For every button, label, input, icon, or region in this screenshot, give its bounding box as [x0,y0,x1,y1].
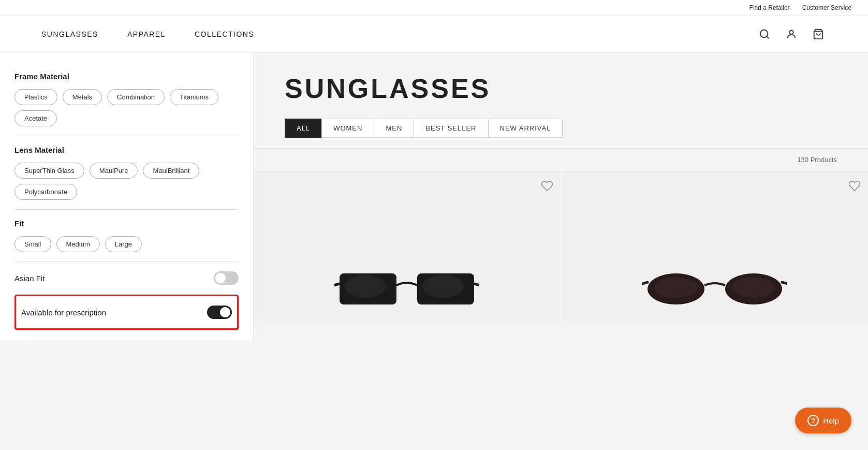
prescription-label: Available for prescription [21,308,106,317]
svg-point-14 [654,277,698,298]
sidebar: Frame Material Plastics Metals Combinati… [0,52,254,340]
svg-line-12 [642,282,648,285]
nav-icons [756,26,827,42]
search-icon [759,28,770,40]
page-title: SUNGLASSES [285,73,837,104]
tag-titaniums[interactable]: Titaniums [170,89,218,105]
tag-small[interactable]: Small [14,236,51,252]
main-content: SUNGLASSES ALL WOMEN MEN BEST SELLER NEW… [254,52,868,340]
tag-plastics[interactable]: Plastics [14,89,57,105]
product-card-2 [562,172,869,323]
account-button[interactable] [783,26,800,42]
tag-metals[interactable]: Metals [63,89,102,105]
tab-all[interactable]: ALL [285,119,322,138]
svg-point-8 [345,275,386,298]
product-card-1 [254,172,561,323]
svg-line-13 [782,282,787,285]
tab-women[interactable]: WOMEN [321,119,374,138]
product-image-2 [562,172,869,323]
cart-icon [813,28,824,40]
asian-fit-row: Asian Fit [14,262,239,295]
nav-collections[interactable]: COLLECTIONS [195,30,254,38]
wishlist-button-1[interactable] [541,180,553,195]
sunglasses-svg-2 [642,266,787,312]
nav-apparel[interactable]: APPAREL [127,30,166,38]
heart-icon-2 [848,180,861,192]
svg-line-6 [334,284,340,286]
user-icon [786,28,797,40]
tab-men[interactable]: MEN [374,119,414,138]
utility-bar: Find a Retailer Customer Service [0,0,868,16]
tag-mauipure[interactable]: MauiPure [90,163,138,179]
sunglasses-svg-1 [334,266,479,312]
product-image-1 [254,172,561,323]
tag-mauibrilliant[interactable]: MauiBrilliant [143,163,199,179]
svg-point-0 [760,30,768,37]
lens-material-section: Lens Material SuperThin Glass MauiPure M… [14,136,239,210]
customer-service-link[interactable]: Customer Service [802,4,851,11]
prescription-toggle[interactable] [207,306,232,319]
page-layout: Frame Material Plastics Metals Combinati… [0,52,868,340]
asian-fit-label: Asian Fit [14,274,45,283]
help-icon: ? [807,415,819,426]
results-count: 130 Products [797,156,837,164]
results-bar: 130 Products [254,148,868,171]
frame-material-title: Frame Material [14,72,239,81]
tag-medium[interactable]: Medium [56,236,100,252]
frame-material-section: Frame Material Plastics Metals Combinati… [14,63,239,136]
nav-links: SUNGLASSES APPAREL COLLECTIONS [41,30,254,38]
frame-material-tags: Plastics Metals Combination Titaniums Ac… [14,89,239,126]
tag-superthin-glass[interactable]: SuperThin Glass [14,163,84,179]
svg-point-9 [422,275,464,298]
svg-line-1 [767,36,769,38]
help-label: Help [823,416,839,425]
tag-large[interactable]: Large [105,236,142,252]
cart-button[interactable] [810,26,827,42]
heart-icon-1 [541,180,553,192]
svg-point-15 [732,277,775,298]
svg-line-7 [474,284,479,286]
prescription-row: Available for prescription [14,295,239,330]
nav-sunglasses[interactable]: SUNGLASSES [41,30,98,38]
wishlist-button-2[interactable] [848,180,861,195]
fit-tags: Small Medium Large [14,236,239,252]
tag-combination[interactable]: Combination [107,89,165,105]
asian-fit-toggle[interactable] [214,271,239,285]
fit-section: Fit Small Medium Large [14,210,239,262]
main-nav: SUNGLASSES APPAREL COLLECTIONS [0,16,868,52]
help-button[interactable]: ? Help [795,408,851,433]
tag-polycarbonate[interactable]: Polycarbonate [14,184,77,200]
fit-title: Fit [14,219,239,228]
lens-material-title: Lens Material [14,146,239,154]
lens-material-tags: SuperThin Glass MauiPure MauiBrilliant P… [14,163,239,200]
filter-tabs: ALL WOMEN MEN BEST SELLER NEW ARRIVAL [285,119,837,138]
product-grid [254,171,868,324]
page-header: SUNGLASSES ALL WOMEN MEN BEST SELLER NEW… [254,52,868,148]
tag-acetate[interactable]: Acetate [14,110,57,126]
find-retailer-link[interactable]: Find a Retailer [749,4,790,11]
svg-point-2 [789,30,793,34]
tab-best-seller[interactable]: BEST SELLER [414,119,488,138]
search-button[interactable] [756,26,773,42]
tab-new-arrival[interactable]: NEW ARRIVAL [488,119,563,138]
